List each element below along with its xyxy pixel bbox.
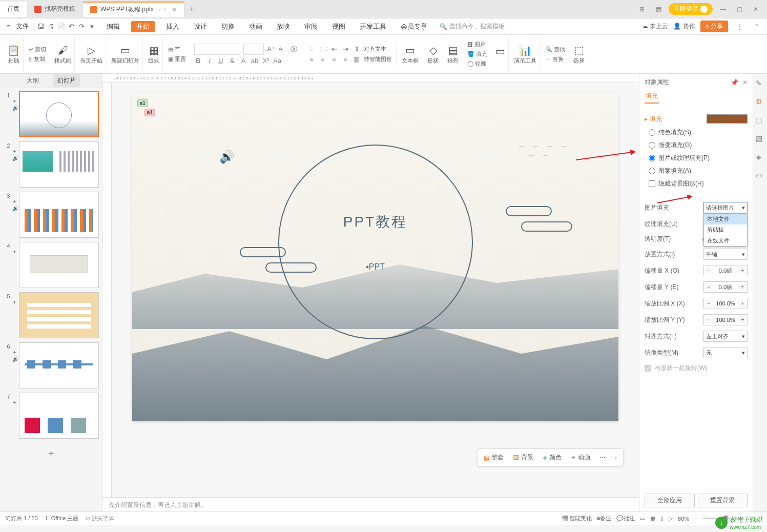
texture-swatch[interactable] — [707, 114, 748, 124]
align-right-icon[interactable]: ≡ — [330, 55, 338, 64]
section-fill-title[interactable]: ▸ 填充 — [645, 115, 662, 124]
smart-beauty-button[interactable]: ▦ 智能美化 — [562, 515, 592, 522]
slide-canvas[interactable]: a1 a1 ﹌ ﹌ ﹌ ﹌ ﹌ ﹌ 🔊 PPT教程 •PPT — [132, 93, 618, 421]
bullets-icon[interactable]: ≡ — [307, 45, 316, 53]
underline-icon[interactable]: U — [217, 57, 225, 65]
outline-button[interactable]: ◯轮廓 — [467, 60, 487, 68]
picture-button[interactable]: 🖼图片 — [467, 40, 487, 48]
font-shrink-icon[interactable]: A⁻ — [278, 45, 286, 53]
props-close-icon[interactable]: ✕ — [742, 79, 748, 86]
case-icon[interactable]: Aa — [273, 57, 281, 65]
font-size-select[interactable] — [243, 44, 264, 55]
mirror-select[interactable]: 无▾ — [703, 347, 748, 358]
chevron-up-icon[interactable]: ⌃ — [751, 21, 763, 33]
notes-button[interactable]: ≡备注 — [597, 515, 611, 522]
anim-tag-2[interactable]: a1 — [144, 109, 155, 116]
radio-picture[interactable]: 图片或纹理填充(P) — [649, 152, 748, 165]
indent-dec-icon[interactable]: ⇤ — [330, 45, 338, 53]
slide-thumb-5[interactable] — [19, 292, 99, 338]
new-slide-button[interactable]: ▭ 新建幻灯片 — [108, 37, 143, 72]
slide-item-4[interactable]: 4 ✦ — [3, 242, 99, 288]
zoom-out-button[interactable]: − — [694, 516, 697, 522]
select-button[interactable]: ⬚选择 — [570, 37, 588, 72]
file-menu[interactable]: 文件 — [13, 22, 32, 31]
grid-icon[interactable]: ⊞ — [636, 3, 648, 15]
menu-local-file[interactable]: 本地文件 — [704, 214, 747, 224]
slide-item-5[interactable]: 5 ✦ — [3, 292, 99, 338]
side-style-icon[interactable]: ✎ — [756, 79, 765, 88]
section-button[interactable]: ▤节 — [168, 46, 186, 53]
tab-outline[interactable]: 大纲 — [23, 74, 43, 87]
align-select[interactable]: 左上对齐▾ — [703, 331, 748, 342]
menu-animation[interactable]: 动画 — [246, 21, 265, 32]
view-sorter-icon[interactable]: ▦ — [650, 515, 655, 522]
ct-all-button[interactable]: ▦整套 — [480, 451, 508, 464]
menu-edit[interactable]: 编辑 — [103, 21, 123, 32]
menu-clipboard[interactable]: 剪贴板 — [704, 224, 747, 235]
title-circle[interactable]: PPT教程 •PPT — [278, 145, 473, 339]
ct-more-icon[interactable]: ⋯ — [595, 452, 610, 463]
quick-style-button[interactable]: ▭ — [492, 37, 509, 72]
scaley-spinner[interactable]: −100.0%+ — [703, 314, 748, 325]
collab-button[interactable]: 👤 协作 — [673, 22, 695, 31]
arrange-button[interactable]: ▤排列 — [444, 37, 462, 72]
align-text-button[interactable]: 对齐文本 — [364, 45, 386, 53]
check-hide-bg[interactable]: 隐藏背景图形(H) — [649, 177, 748, 190]
italic-icon[interactable]: I — [205, 57, 214, 65]
anim-tag-1[interactable]: a1 — [137, 99, 148, 107]
side-adjust-icon[interactable]: ⚙ — [756, 97, 765, 107]
add-tab-button[interactable]: + — [184, 5, 199, 14]
font-grow-icon[interactable]: A⁺ — [267, 45, 275, 53]
offy-spinner[interactable]: −0.0磅+ — [703, 281, 748, 293]
ct-color-button[interactable]: ◈颜色 — [538, 451, 566, 464]
menu-transition[interactable]: 切换 — [218, 21, 238, 32]
copy-button[interactable]: ⎘复制 — [29, 55, 46, 63]
side-template-icon[interactable]: ◈ — [756, 153, 765, 162]
status-missing-font[interactable]: ⊘ 缺失字体 — [86, 515, 114, 522]
side-anim-icon[interactable]: ⬚ — [756, 116, 765, 125]
find-button[interactable]: 🔍查找 — [545, 46, 565, 53]
slide-thumb-7[interactable] — [19, 393, 99, 439]
maximize-button[interactable]: ▢ — [733, 3, 745, 15]
menu-show[interactable]: 放映 — [274, 21, 293, 32]
view-normal-icon[interactable]: ▭ — [640, 515, 645, 522]
clear-format-icon[interactable]: Ⓐ — [289, 45, 298, 53]
tab-document[interactable]: WPS PPT教程.pptx ○ • ✕ — [83, 2, 184, 17]
menu-devtools[interactable]: 开发工具 — [357, 21, 389, 32]
ct-motion-button[interactable]: ✦动画 — [567, 451, 594, 464]
shape-button[interactable]: ◇形状 — [424, 37, 442, 72]
tab-template[interactable]: 找稻壳模板 — [27, 2, 83, 17]
text-box-button[interactable]: ▭文本框 — [399, 37, 422, 72]
close-icon[interactable]: ✕ — [172, 6, 177, 13]
cut-button[interactable]: ✂剪切 — [29, 46, 46, 53]
redo-icon[interactable]: ↷ — [77, 22, 86, 31]
menu-member[interactable]: 会员专享 — [398, 21, 430, 32]
slide-item-7[interactable]: 7 ✦ — [3, 393, 99, 439]
more-icon[interactable]: ⋮ — [733, 21, 745, 33]
slide-thumb-4[interactable] — [19, 242, 99, 288]
print-icon[interactable]: 🖨 — [46, 22, 55, 31]
radio-pattern[interactable]: 图案填充(A) — [649, 165, 748, 177]
audio-icon[interactable]: 🔊 — [219, 150, 235, 164]
apply-all-button[interactable]: 全部应用 — [645, 494, 695, 507]
menu-insert[interactable]: 插入 — [163, 21, 182, 32]
bold-icon[interactable]: B — [194, 57, 202, 65]
hamburger-icon[interactable]: ≡ — [4, 23, 12, 31]
slide-thumb-6[interactable] — [19, 342, 99, 388]
font-color-icon[interactable]: A — [239, 57, 247, 65]
menu-view[interactable]: 视图 — [329, 21, 348, 32]
offx-spinner[interactable]: −0.0磅+ — [703, 265, 748, 276]
justify-icon[interactable]: ≡ — [341, 55, 349, 64]
pin-icon[interactable]: 📌 — [731, 79, 738, 86]
rotate-checkbox[interactable]: 与形状一起旋转(W) — [645, 361, 748, 376]
columns-icon[interactable]: ▥ — [353, 55, 361, 64]
qat-dropdown-icon[interactable]: ▾ — [87, 22, 96, 31]
share-button[interactable]: ⎋ 分享 — [700, 21, 728, 32]
pic-fill-dropdown[interactable]: 请选择图片▾ 本地文件 剪贴板 在线文件 ↖ — [703, 202, 748, 213]
reset-button[interactable]: ▦重置 — [168, 55, 186, 63]
ct-chevron-right-icon[interactable]: › — [611, 452, 621, 463]
layout-button[interactable]: ▦ 版式 — [145, 37, 163, 72]
slide-item-2[interactable]: 2 ✦🔊 — [3, 141, 99, 188]
preview-icon[interactable]: 📄 — [56, 22, 66, 31]
font-select[interactable] — [194, 44, 240, 55]
